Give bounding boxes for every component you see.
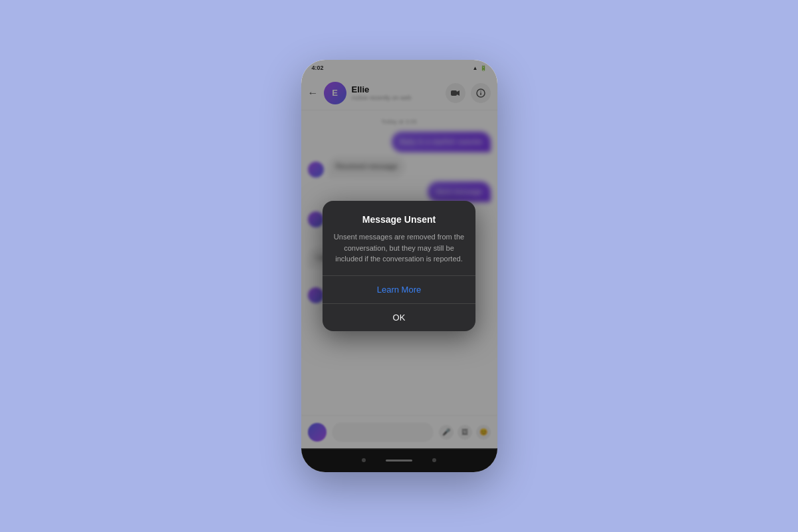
modal-content: Message Unsent Unsent messages are remov… (323, 201, 475, 265)
ok-button[interactable]: OK (323, 304, 475, 331)
phone-frame: 4:02 ▲ 🔋 ← E Ellie Active recently on we… (301, 60, 497, 472)
modal-title: Message Unsent (333, 214, 465, 225)
modal-body: Unsent messages are removed from the con… (333, 231, 465, 265)
modal-overlay: Message Unsent Unsent messages are remov… (301, 60, 497, 472)
message-unsent-dialog: Message Unsent Unsent messages are remov… (323, 201, 475, 331)
learn-more-button[interactable]: Learn More (323, 276, 475, 304)
